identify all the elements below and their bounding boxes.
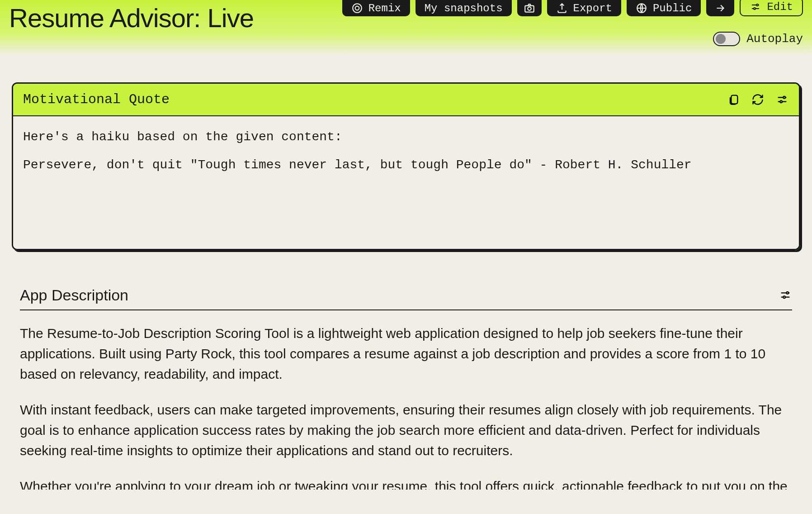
autoplay-control: Autoplay bbox=[713, 32, 803, 46]
quote-card-title: Motivational Quote bbox=[23, 92, 170, 107]
svg-point-8 bbox=[783, 96, 785, 99]
copy-icon[interactable] bbox=[727, 93, 740, 106]
svg-point-6 bbox=[754, 8, 755, 10]
description-para-1: The Resume-to-Job Description Scoring To… bbox=[20, 323, 792, 384]
description-section: App Description The Resume-to-Job Descri… bbox=[12, 286, 800, 490]
quote-card-actions bbox=[727, 93, 789, 106]
quote-line-1: Here's a haiku based on the given conten… bbox=[23, 129, 789, 145]
main-content: Motivational Quote Here's a haiku based … bbox=[0, 55, 812, 490]
globe-icon bbox=[636, 2, 647, 14]
svg-point-5 bbox=[756, 4, 758, 6]
autoplay-label: Autoplay bbox=[746, 32, 803, 46]
svg-point-11 bbox=[783, 296, 785, 299]
camera-button[interactable] bbox=[517, 0, 542, 16]
description-title: App Description bbox=[20, 286, 128, 304]
public-button[interactable]: Public bbox=[627, 0, 701, 16]
export-label: Export bbox=[573, 2, 612, 14]
svg-point-1 bbox=[355, 6, 359, 10]
settings-icon[interactable] bbox=[775, 93, 789, 106]
sliders-icon bbox=[750, 1, 761, 13]
quote-line-2: Persevere, don't quit "Tough times never… bbox=[23, 157, 789, 173]
snapshots-label: My snapshots bbox=[425, 2, 503, 14]
forward-button[interactable] bbox=[706, 0, 734, 16]
description-header: App Description bbox=[20, 286, 792, 310]
description-settings-icon[interactable] bbox=[779, 288, 792, 302]
remix-button[interactable]: Remix bbox=[342, 0, 410, 16]
remix-label: Remix bbox=[368, 2, 401, 14]
edit-label: Edit bbox=[767, 1, 793, 13]
quote-card-header: Motivational Quote bbox=[13, 84, 799, 116]
svg-point-0 bbox=[353, 4, 362, 13]
camera-icon bbox=[524, 2, 535, 14]
export-icon bbox=[556, 2, 568, 14]
remix-icon bbox=[351, 2, 363, 14]
quote-card-body: Here's a haiku based on the given conten… bbox=[13, 116, 799, 249]
public-label: Public bbox=[653, 2, 692, 14]
description-para-3: Whether you're applying to your dream jo… bbox=[20, 476, 792, 490]
toggle-knob bbox=[716, 34, 726, 44]
autoplay-toggle[interactable] bbox=[713, 32, 740, 46]
snapshots-button[interactable]: My snapshots bbox=[415, 0, 512, 16]
svg-point-9 bbox=[780, 100, 782, 103]
toolbar: Remix My snapshots Export Public bbox=[342, 0, 803, 16]
refresh-icon[interactable] bbox=[751, 93, 765, 106]
svg-point-10 bbox=[786, 292, 788, 294]
svg-rect-7 bbox=[731, 95, 737, 104]
edit-button[interactable]: Edit bbox=[740, 0, 803, 16]
quote-card: Motivational Quote Here's a haiku based … bbox=[12, 82, 800, 250]
export-button[interactable]: Export bbox=[547, 0, 621, 16]
svg-point-3 bbox=[528, 7, 531, 10]
arrow-right-icon bbox=[714, 2, 726, 14]
description-para-2: With instant feedback, users can make ta… bbox=[20, 400, 792, 461]
app-title: Resume Advisor: Live bbox=[9, 0, 254, 33]
description-body: The Resume-to-Job Description Scoring To… bbox=[20, 310, 792, 490]
app-header: Resume Advisor: Live Remix My snapshots … bbox=[0, 0, 812, 55]
